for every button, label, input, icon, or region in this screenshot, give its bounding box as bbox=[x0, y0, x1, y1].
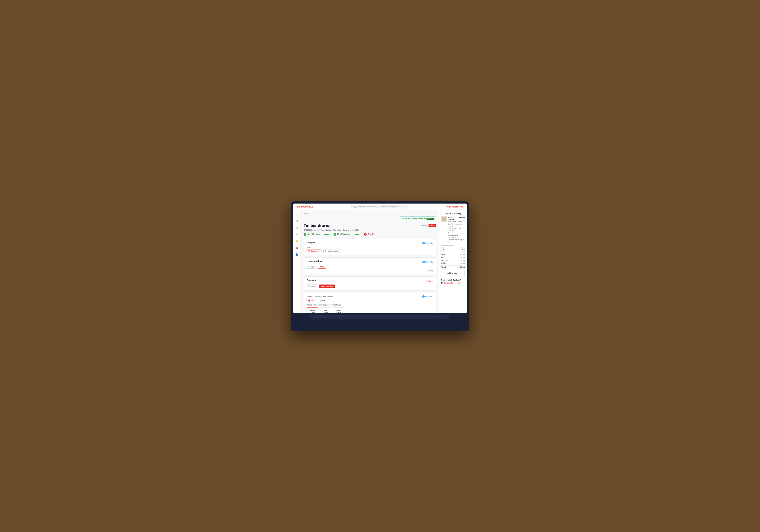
product-price: £80.00 bbox=[459, 216, 465, 220]
info-icon: i bbox=[422, 242, 425, 244]
sidebar-home-icon[interactable]: ⌂ bbox=[295, 212, 299, 216]
product-row: Timber Drawer £80.00 290W x 279H x 2760 … bbox=[441, 216, 465, 243]
add-engraving-button[interactable]: Add engraving bbox=[319, 284, 335, 288]
header-actions: Saving Draft bbox=[421, 224, 436, 227]
product-name: Timber Drawer bbox=[448, 216, 459, 220]
quote-summary-panel: Quote summary Timber Drawer £80.00 290W … bbox=[439, 210, 467, 313]
none-option[interactable]: None bbox=[307, 284, 317, 288]
step-check-icon: ✓ bbox=[304, 233, 307, 236]
external-link-icon: ↗ bbox=[445, 206, 446, 208]
radio-dot-filled bbox=[309, 250, 310, 252]
radio-dot-empty-2 bbox=[309, 266, 310, 268]
product-info: Timber Drawer £80.00 290W x 279H x 2760 … bbox=[448, 216, 465, 243]
radio-dot-empty-4 bbox=[320, 300, 322, 302]
sidebar-docs-icon[interactable]: 📋 bbox=[295, 226, 299, 230]
autosave-message: Your quote is being autosaved. bbox=[402, 218, 426, 220]
quote-summary-title: Quote summary bbox=[441, 212, 465, 215]
main-content: ‹ Back Your quote is being autosaved. Cl… bbox=[301, 210, 439, 313]
step-finish: 3 Finish bbox=[364, 233, 373, 236]
autosave-close-button[interactable]: Close bbox=[427, 218, 434, 220]
page-header: Timber drawer Saving Draft bbox=[304, 223, 436, 228]
steps-progress: ✓ Specification ✓ Modifications 3 Finish bbox=[304, 233, 436, 236]
qty-increment-button[interactable]: + bbox=[460, 247, 464, 252]
body-label: Body bbox=[307, 246, 433, 248]
lacquered-base-more-info[interactable]: i More info bbox=[422, 261, 433, 263]
logo-yes-option[interactable]: Yes bbox=[307, 299, 316, 302]
delivery-value: £5.00 bbox=[460, 262, 465, 264]
info-icon-3: i bbox=[422, 295, 425, 298]
body-radio-group: Lacquered Unlacquered bbox=[307, 249, 433, 253]
price-line: Price £80.00 bbox=[441, 254, 465, 256]
step-check-icon-2: ✓ bbox=[333, 233, 336, 236]
sidebar-user-icon[interactable]: 👤 bbox=[295, 253, 299, 257]
engraving-card: Engraving Close ∧ None Add engraving bbox=[304, 276, 436, 291]
info-icon-2: i bbox=[422, 261, 425, 263]
lacquered-base-price: +£0.00 bbox=[307, 270, 433, 272]
total-line: Total £101.00 bbox=[441, 265, 465, 269]
radio-dot-filled-3 bbox=[309, 300, 310, 302]
quote-reference: BTD1997Q20220217 Adam Smith, 37 Temple S… bbox=[304, 229, 436, 231]
step-modifications: ✓ Modifications bbox=[333, 233, 350, 236]
sidebar-grid-icon[interactable]: ⊞ bbox=[295, 219, 299, 223]
yes-option[interactable]: Yes bbox=[307, 265, 316, 269]
no-option[interactable]: No bbox=[318, 265, 327, 269]
logo-grid: KitchenDesignStudio OakDesignStudio Besp… bbox=[307, 308, 433, 313]
vat-line: VAT 20% £16.00 bbox=[441, 259, 465, 262]
logo-no-option[interactable]: No bbox=[318, 299, 327, 302]
lacquer-header: Lacquer i More info bbox=[307, 241, 433, 245]
close-label: Close bbox=[426, 280, 431, 282]
save-exit-link[interactable]: 💾 Save product and exit bbox=[441, 282, 465, 284]
top-nav: my my HÄFELE 🔍 Search by order number, i… bbox=[293, 204, 467, 210]
keyboard-area bbox=[293, 313, 467, 323]
back-link[interactable]: ‹ Back bbox=[304, 213, 436, 215]
saving-indicator: Saving bbox=[421, 224, 427, 227]
extras-value: £0.00 bbox=[460, 257, 465, 259]
qty-label: Quantity required bbox=[441, 245, 465, 246]
visit-link[interactable]: ↗ Visit Hafele.co.uk bbox=[445, 206, 463, 208]
logo-more-info[interactable]: i More info bbox=[422, 295, 433, 298]
logo-kitchen-design[interactable]: KitchenDesignStudio bbox=[307, 308, 318, 313]
vat-label: VAT 20% bbox=[441, 259, 448, 261]
lacquer-card: Lacquer i More info Body Lacquered bbox=[304, 239, 436, 256]
logo-card: Have you used your logo before? i More i… bbox=[304, 293, 436, 313]
qty-controls: − 1 + bbox=[441, 247, 465, 252]
finish-later-title: Need to finish this later? bbox=[441, 279, 465, 281]
logo-select-label: Please select which logo(s) you want to … bbox=[307, 304, 433, 306]
product-specs: 290W x 279H x 2760 mm Oak, Thickness: 16… bbox=[448, 221, 465, 243]
logo-header: Have you used your logo before? i More i… bbox=[307, 295, 433, 298]
sidebar-box-icon[interactable]: 📦 bbox=[295, 246, 299, 250]
unlacquered-option[interactable]: Unlacquered bbox=[323, 249, 340, 253]
product-thumbnail bbox=[441, 216, 447, 222]
radio-dot-empty-3 bbox=[309, 285, 310, 287]
engraving-radio-group: None Add engraving bbox=[307, 284, 433, 288]
engraving-title: Engraving bbox=[307, 279, 317, 281]
lacquer-more-info[interactable]: i More info bbox=[422, 242, 433, 244]
total-value: £101.00 bbox=[457, 266, 465, 268]
search-bar[interactable]: 🔍 Search by order number, invoice number… bbox=[351, 205, 407, 209]
lacquered-option[interactable]: Lacquered bbox=[307, 249, 321, 253]
logo-oak-design[interactable]: OakDesignStudio bbox=[320, 308, 331, 313]
search-placeholder: Search by order number, invoice number, … bbox=[357, 206, 403, 208]
add-to-quote-button[interactable]: Add to quote bbox=[441, 271, 465, 275]
price-label: Price bbox=[441, 254, 445, 256]
qty-value: 1 bbox=[445, 248, 460, 251]
logo: my my HÄFELE bbox=[297, 205, 313, 208]
logo-bespoke-design[interactable]: BespokeDesignStudio bbox=[333, 308, 344, 313]
engraving-close-link[interactable]: Close ∧ bbox=[426, 280, 433, 282]
engraving-header: Engraving Close ∧ bbox=[307, 279, 433, 283]
lacquered-base-title: Lacquered base bbox=[307, 260, 323, 262]
logo-radio-group: Yes No bbox=[307, 299, 433, 302]
delivery-label: Delivery bbox=[441, 262, 447, 264]
total-label: Total bbox=[441, 266, 446, 268]
chevron-up-icon: ∧ bbox=[431, 280, 433, 282]
sidebar-alert-icon[interactable]: 🔔 bbox=[295, 239, 299, 243]
sidebar-mail-icon[interactable]: ✉ bbox=[295, 232, 299, 236]
price-breakdown: Price £80.00 Extras £0.00 VAT 20% £16.00… bbox=[441, 254, 465, 269]
back-arrow-icon: ‹ bbox=[304, 213, 304, 215]
step-number-icon: 3 bbox=[364, 233, 367, 236]
save-icon: 💾 bbox=[441, 282, 443, 284]
qty-decrement-button[interactable]: − bbox=[441, 247, 445, 252]
step-specification: ✓ Specification bbox=[304, 233, 320, 236]
logo-question: Have you used your logo before? bbox=[307, 295, 333, 297]
price-value: £80.00 bbox=[459, 254, 465, 256]
